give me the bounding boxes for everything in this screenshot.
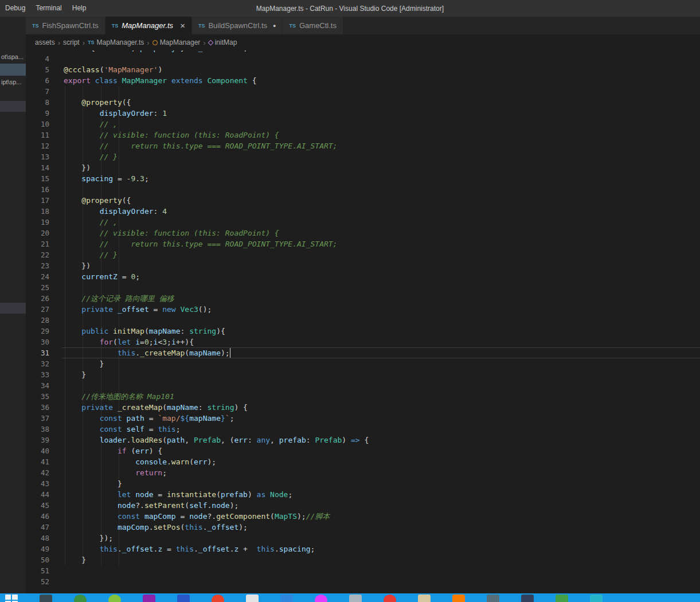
code-line[interactable]: 17 @property({: [26, 195, 700, 206]
tab-gamectl-ts[interactable]: TSGameCtl.ts: [283, 17, 343, 34]
code-line[interactable]: 18 displayOrder: 4: [26, 206, 700, 217]
taskbar-icon-app-magenta[interactable]: [315, 595, 327, 602]
line-number[interactable]: 4: [26, 53, 64, 64]
sidebar-item[interactable]: [0, 303, 26, 314]
line-number[interactable]: 33: [26, 369, 64, 380]
code-text[interactable]: }): [64, 162, 700, 173]
code-text[interactable]: this._offset.z = this._offset.z + this.s…: [64, 544, 700, 554]
line-number[interactable]: 13: [26, 151, 64, 162]
taskbar-icon-app-orange-red[interactable]: [212, 595, 224, 602]
close-icon[interactable]: ×: [180, 21, 185, 30]
line-number[interactable]: 34: [26, 380, 64, 391]
taskbar-icon-app-green[interactable]: [556, 595, 568, 602]
code-line[interactable]: 9 displayOrder: 1: [26, 108, 700, 119]
code-line[interactable]: 25: [26, 282, 700, 293]
line-number[interactable]: 29: [26, 326, 64, 337]
code-text[interactable]: this._createMap(mapName);: [64, 347, 700, 358]
code-line[interactable]: 52: [26, 576, 700, 587]
line-number[interactable]: 52: [26, 576, 64, 587]
line-number[interactable]: 50: [26, 554, 64, 565]
code-text[interactable]: private _createMap(mapName: string) {: [64, 402, 700, 413]
code-text[interactable]: @ccclass('MapManager'): [64, 64, 700, 75]
code-line[interactable]: 13 // }: [26, 151, 700, 162]
line-number[interactable]: 18: [26, 206, 64, 217]
code-text[interactable]: [64, 282, 700, 293]
breadcrumb-item-initmap[interactable]: initMap: [209, 38, 237, 46]
taskbar-icon-app-orange[interactable]: [452, 595, 465, 602]
code-line[interactable]: 51: [26, 565, 700, 576]
code-line[interactable]: 27 private _offset = new Vec3();: [26, 304, 700, 315]
code-line[interactable]: 5@ccclass('MapManager'): [26, 64, 700, 75]
code-line[interactable]: 19 // ,: [26, 217, 700, 228]
code-text[interactable]: loader.loadRes(path, Prefab, (err: any, …: [64, 435, 700, 445]
line-number[interactable]: 49: [26, 544, 64, 554]
code-text[interactable]: [64, 184, 700, 195]
line-number[interactable]: 10: [26, 119, 64, 130]
code-line[interactable]: 47 mapComp.setPos(this._offset);: [26, 522, 700, 533]
code-text[interactable]: [64, 380, 700, 391]
code-line[interactable]: 14 }): [26, 162, 700, 173]
line-number[interactable]: 36: [26, 402, 64, 413]
line-number[interactable]: 39: [26, 435, 64, 445]
code-line[interactable]: 42 return;: [26, 467, 700, 478]
code-text[interactable]: }: [64, 554, 700, 565]
code-line[interactable]: 23 }): [26, 260, 700, 271]
line-number[interactable]: 27: [26, 304, 64, 315]
code-line[interactable]: 28: [26, 315, 700, 326]
menu-terminal[interactable]: Terminal: [30, 0, 67, 17]
breadcrumb-item-mapmanager[interactable]: MapManager: [152, 38, 201, 46]
code-text[interactable]: displayOrder: 1: [64, 108, 700, 119]
code-line[interactable]: 40 if (err) {: [26, 445, 700, 456]
code-text[interactable]: [64, 576, 700, 587]
line-number[interactable]: 9: [26, 108, 64, 119]
code-line[interactable]: 34: [26, 380, 700, 391]
code-text[interactable]: for(let i=0;i<3;i++){: [64, 337, 700, 347]
code-text[interactable]: console.warn(err);: [64, 456, 700, 467]
line-number[interactable]: 5: [26, 64, 64, 75]
left-sidebar[interactable]: ot\spa...ipt\sp...: [0, 17, 26, 593]
menu-debug[interactable]: Debug: [0, 0, 30, 17]
code-text[interactable]: if (err) {: [64, 445, 700, 456]
sidebar-item[interactable]: [0, 64, 26, 76]
line-number[interactable]: 24: [26, 271, 64, 282]
line-number[interactable]: 26: [26, 293, 64, 304]
line-number[interactable]: 41: [26, 456, 64, 467]
taskbar-icon-app-navy[interactable]: [521, 595, 534, 602]
code-text[interactable]: // ,: [64, 119, 700, 130]
taskbar-icon-app-teal[interactable]: [590, 595, 603, 602]
code-line[interactable]: 4: [26, 53, 700, 64]
taskbar-icon-app-red[interactable]: [384, 595, 396, 602]
code-text[interactable]: //这个记录 路向哪里 偏移: [64, 293, 700, 304]
line-number[interactable]: 23: [26, 260, 64, 271]
line-number[interactable]: 8: [26, 97, 64, 108]
code-text[interactable]: // }: [64, 151, 700, 162]
code-text[interactable]: }: [64, 358, 700, 369]
line-number[interactable]: 40: [26, 445, 64, 456]
code-text[interactable]: }: [64, 478, 700, 489]
code-line[interactable]: 50 }: [26, 554, 700, 565]
code-line[interactable]: 24 currentZ = 0;: [26, 271, 700, 282]
line-number[interactable]: 47: [26, 522, 64, 533]
code-text[interactable]: node?.setParent(self.node);: [64, 500, 700, 511]
menu-help[interactable]: Help: [67, 0, 92, 17]
taskbar-icon-app-purple[interactable]: [143, 595, 155, 602]
code-text[interactable]: // visible: function (this: RoadPoint) {: [64, 228, 700, 239]
code-line[interactable]: 31 this._createMap(mapName);: [26, 347, 700, 358]
code-line[interactable]: 6export class MapManager extends Compone…: [26, 75, 700, 86]
code-text[interactable]: let node = instantiate(prefab) as Node;: [64, 489, 700, 500]
sidebar-item[interactable]: [0, 101, 26, 112]
code-line[interactable]: 26 //这个记录 路向哪里 偏移: [26, 293, 700, 304]
code-line[interactable]: 38 const self = this;: [26, 424, 700, 435]
code-line[interactable]: 8 @property({: [26, 97, 700, 108]
taskbar-icon-start[interactable]: [5, 595, 18, 602]
code-text[interactable]: export class MapManager extends Componen…: [64, 75, 700, 86]
code-line[interactable]: 44 let node = instantiate(prefab) as Nod…: [26, 489, 700, 500]
code-text[interactable]: //传来地图的名称 Map101: [64, 391, 700, 402]
code-text[interactable]: [64, 53, 700, 64]
line-number[interactable]: 46: [26, 511, 64, 522]
code-line[interactable]: 11 // visible: function (this: RoadPoint…: [26, 130, 700, 140]
code-text[interactable]: });: [64, 533, 700, 544]
code-line[interactable]: 20 // visible: function (this: RoadPoint…: [26, 228, 700, 239]
code-line[interactable]: 37 const path = `map/${mapName}`;: [26, 413, 700, 424]
line-number[interactable]: 31: [26, 347, 64, 358]
